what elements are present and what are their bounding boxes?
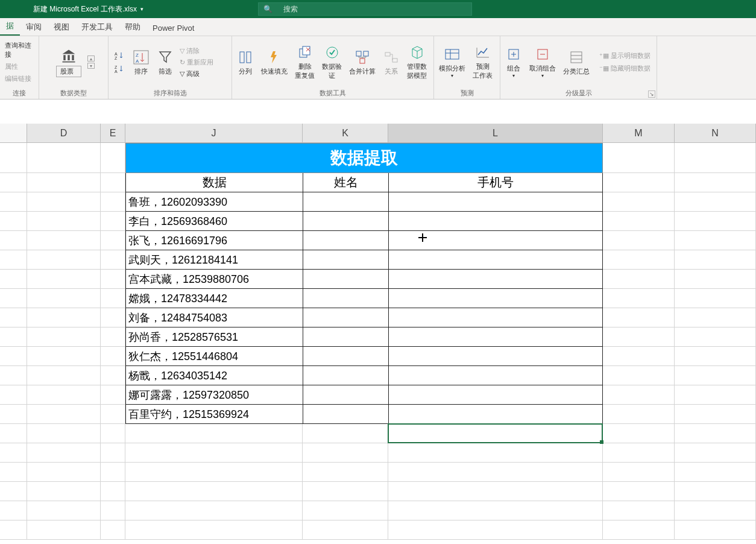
cell[interactable]: 杨戬，12634035142 xyxy=(125,366,303,385)
cell[interactable] xyxy=(603,366,675,385)
cell[interactable] xyxy=(303,289,388,308)
col-header-n[interactable]: N xyxy=(675,124,756,142)
cell[interactable]: 鲁班，12602093390 xyxy=(125,192,303,212)
ungroup-button[interactable]: 取消组合▾ xyxy=(526,45,559,80)
cell[interactable] xyxy=(603,143,675,173)
col-header-m[interactable]: M xyxy=(603,124,675,142)
flash-fill-button[interactable]: 快速填充 xyxy=(257,48,291,77)
cell[interactable] xyxy=(0,327,27,347)
cell[interactable]: 姓名 xyxy=(303,173,388,192)
cell[interactable] xyxy=(0,192,27,212)
cell[interactable] xyxy=(27,308,101,327)
cell[interactable] xyxy=(27,347,101,366)
nav-up-icon[interactable]: ▴ xyxy=(87,55,95,62)
cell[interactable] xyxy=(603,192,675,212)
cell[interactable] xyxy=(0,308,27,327)
cell[interactable] xyxy=(27,231,101,250)
cell[interactable] xyxy=(303,308,388,327)
cell[interactable] xyxy=(603,463,675,482)
cell[interactable] xyxy=(101,327,125,347)
cell[interactable] xyxy=(101,192,125,212)
tab-help[interactable]: 帮助 xyxy=(119,18,146,36)
cell[interactable] xyxy=(303,482,388,501)
cell[interactable]: 数据提取 xyxy=(125,143,603,173)
cell[interactable] xyxy=(675,501,756,520)
text-to-columns-button[interactable]: 分列 xyxy=(233,48,257,77)
cell[interactable] xyxy=(101,308,125,327)
cell[interactable]: 孙尚香，12528576531 xyxy=(125,327,303,347)
cell[interactable] xyxy=(388,424,603,443)
cell[interactable] xyxy=(603,289,675,308)
cell[interactable] xyxy=(0,250,27,270)
data-validation-button[interactable]: 数据验 证 xyxy=(318,43,345,81)
cell[interactable] xyxy=(388,231,603,250)
cell[interactable] xyxy=(388,482,603,501)
col-header[interactable] xyxy=(0,124,27,142)
cell[interactable] xyxy=(303,366,388,385)
cell[interactable] xyxy=(388,250,603,270)
cell[interactable] xyxy=(603,520,675,540)
cell[interactable] xyxy=(303,192,388,212)
cell[interactable] xyxy=(27,250,101,270)
cell[interactable] xyxy=(303,231,388,250)
cell[interactable] xyxy=(388,192,603,212)
cell[interactable]: 百里守约，12515369924 xyxy=(125,405,303,424)
cell[interactable] xyxy=(675,192,756,212)
cell[interactable] xyxy=(27,443,101,463)
advanced-filter-button[interactable]: ▽高级 xyxy=(177,69,216,79)
col-header-e[interactable]: E xyxy=(101,124,125,142)
cell[interactable] xyxy=(388,347,603,366)
cell[interactable] xyxy=(125,520,303,540)
col-header-l[interactable]: L xyxy=(388,124,603,142)
tab-data[interactable]: 据 xyxy=(0,17,20,36)
data-model-button[interactable]: 管理数 据模型 xyxy=(403,43,430,81)
consolidate-button[interactable]: 合并计算 xyxy=(345,48,379,77)
cell[interactable] xyxy=(603,501,675,520)
sort-asc-button[interactable]: AZ xyxy=(112,51,127,60)
cell[interactable] xyxy=(27,482,101,501)
cell[interactable] xyxy=(675,443,756,463)
tab-view[interactable]: 视图 xyxy=(48,18,75,36)
cell[interactable] xyxy=(603,308,675,327)
cell[interactable] xyxy=(675,405,756,424)
cell[interactable] xyxy=(27,327,101,347)
cell[interactable]: 张飞，12616691796 xyxy=(125,231,303,250)
cell[interactable] xyxy=(0,289,27,308)
cell[interactable]: 数据 xyxy=(125,173,303,192)
cell[interactable] xyxy=(675,212,756,231)
cell[interactable]: 武则天，12612184141 xyxy=(125,250,303,270)
cell[interactable] xyxy=(0,520,27,540)
subtotal-button[interactable]: 分类汇总 xyxy=(559,48,593,77)
cell[interactable] xyxy=(303,443,388,463)
cell[interactable] xyxy=(0,482,27,501)
tab-review[interactable]: 审阅 xyxy=(20,18,48,36)
cell[interactable] xyxy=(603,443,675,463)
cell[interactable] xyxy=(0,366,27,385)
cell[interactable] xyxy=(603,231,675,250)
cell[interactable]: 李白，12569368460 xyxy=(125,212,303,231)
cell[interactable] xyxy=(303,405,388,424)
cell[interactable] xyxy=(101,482,125,501)
cell[interactable] xyxy=(303,327,388,347)
cell[interactable] xyxy=(603,482,675,501)
cell[interactable] xyxy=(675,250,756,270)
cell[interactable] xyxy=(388,308,603,327)
cell[interactable] xyxy=(0,463,27,482)
queries-connections-button[interactable]: 查询和连接 xyxy=(2,40,37,60)
col-header-k[interactable]: K xyxy=(303,124,388,142)
cell[interactable] xyxy=(27,173,101,192)
cell[interactable] xyxy=(27,424,101,443)
cell[interactable] xyxy=(101,443,125,463)
cell[interactable] xyxy=(388,327,603,347)
col-header-j[interactable]: J xyxy=(125,124,303,142)
cell[interactable] xyxy=(27,212,101,231)
cell[interactable] xyxy=(303,347,388,366)
cell[interactable] xyxy=(101,405,125,424)
whatif-button[interactable]: 模拟分析▾ xyxy=(435,45,469,80)
cell[interactable] xyxy=(101,366,125,385)
cell[interactable] xyxy=(27,366,101,385)
cell[interactable] xyxy=(125,482,303,501)
search-box[interactable]: 🔍 搜索 xyxy=(258,2,472,16)
file-dropdown-icon[interactable]: ▾ xyxy=(140,6,143,12)
cell[interactable] xyxy=(675,231,756,250)
